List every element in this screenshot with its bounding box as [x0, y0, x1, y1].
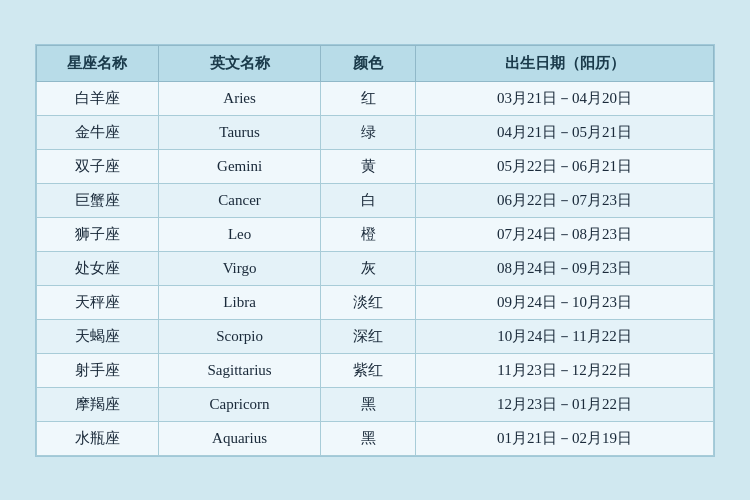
cell-english: Taurus — [158, 115, 320, 149]
cell-date: 09月24日－10月23日 — [416, 285, 714, 319]
cell-date: 03月21日－04月20日 — [416, 81, 714, 115]
cell-color: 黑 — [321, 387, 416, 421]
cell-chinese: 摩羯座 — [37, 387, 159, 421]
cell-english: Scorpio — [158, 319, 320, 353]
cell-chinese: 双子座 — [37, 149, 159, 183]
cell-date: 01月21日－02月19日 — [416, 421, 714, 455]
cell-english: Libra — [158, 285, 320, 319]
cell-date: 11月23日－12月22日 — [416, 353, 714, 387]
cell-chinese: 金牛座 — [37, 115, 159, 149]
cell-english: Cancer — [158, 183, 320, 217]
cell-chinese: 巨蟹座 — [37, 183, 159, 217]
header-date: 出生日期（阳历） — [416, 45, 714, 81]
cell-color: 淡红 — [321, 285, 416, 319]
cell-date: 07月24日－08月23日 — [416, 217, 714, 251]
table-row: 金牛座Taurus绿04月21日－05月21日 — [37, 115, 714, 149]
cell-date: 06月22日－07月23日 — [416, 183, 714, 217]
cell-english: Aquarius — [158, 421, 320, 455]
cell-date: 10月24日－11月22日 — [416, 319, 714, 353]
table-header-row: 星座名称 英文名称 颜色 出生日期（阳历） — [37, 45, 714, 81]
cell-color: 白 — [321, 183, 416, 217]
cell-chinese: 水瓶座 — [37, 421, 159, 455]
table-row: 天蝎座Scorpio深红10月24日－11月22日 — [37, 319, 714, 353]
cell-english: Sagittarius — [158, 353, 320, 387]
cell-english: Virgo — [158, 251, 320, 285]
cell-color: 灰 — [321, 251, 416, 285]
table-row: 巨蟹座Cancer白06月22日－07月23日 — [37, 183, 714, 217]
cell-color: 橙 — [321, 217, 416, 251]
header-chinese: 星座名称 — [37, 45, 159, 81]
cell-chinese: 天蝎座 — [37, 319, 159, 353]
cell-color: 黄 — [321, 149, 416, 183]
cell-color: 红 — [321, 81, 416, 115]
cell-chinese: 白羊座 — [37, 81, 159, 115]
cell-english: Capricorn — [158, 387, 320, 421]
cell-chinese: 狮子座 — [37, 217, 159, 251]
cell-color: 黑 — [321, 421, 416, 455]
cell-date: 05月22日－06月21日 — [416, 149, 714, 183]
cell-color: 紫红 — [321, 353, 416, 387]
zodiac-table-container: 星座名称 英文名称 颜色 出生日期（阳历） 白羊座Aries红03月21日－04… — [35, 44, 715, 457]
cell-english: Gemini — [158, 149, 320, 183]
cell-chinese: 天秤座 — [37, 285, 159, 319]
table-row: 狮子座Leo橙07月24日－08月23日 — [37, 217, 714, 251]
zodiac-table: 星座名称 英文名称 颜色 出生日期（阳历） 白羊座Aries红03月21日－04… — [36, 45, 714, 456]
cell-english: Aries — [158, 81, 320, 115]
table-row: 水瓶座Aquarius黑01月21日－02月19日 — [37, 421, 714, 455]
header-english: 英文名称 — [158, 45, 320, 81]
table-row: 处女座Virgo灰08月24日－09月23日 — [37, 251, 714, 285]
table-row: 天秤座Libra淡红09月24日－10月23日 — [37, 285, 714, 319]
table-body: 白羊座Aries红03月21日－04月20日金牛座Taurus绿04月21日－0… — [37, 81, 714, 455]
table-row: 双子座Gemini黄05月22日－06月21日 — [37, 149, 714, 183]
table-row: 白羊座Aries红03月21日－04月20日 — [37, 81, 714, 115]
cell-date: 04月21日－05月21日 — [416, 115, 714, 149]
cell-color: 绿 — [321, 115, 416, 149]
cell-date: 08月24日－09月23日 — [416, 251, 714, 285]
cell-color: 深红 — [321, 319, 416, 353]
table-row: 摩羯座Capricorn黑12月23日－01月22日 — [37, 387, 714, 421]
cell-chinese: 处女座 — [37, 251, 159, 285]
cell-english: Leo — [158, 217, 320, 251]
cell-chinese: 射手座 — [37, 353, 159, 387]
header-color: 颜色 — [321, 45, 416, 81]
cell-date: 12月23日－01月22日 — [416, 387, 714, 421]
table-row: 射手座Sagittarius紫红11月23日－12月22日 — [37, 353, 714, 387]
